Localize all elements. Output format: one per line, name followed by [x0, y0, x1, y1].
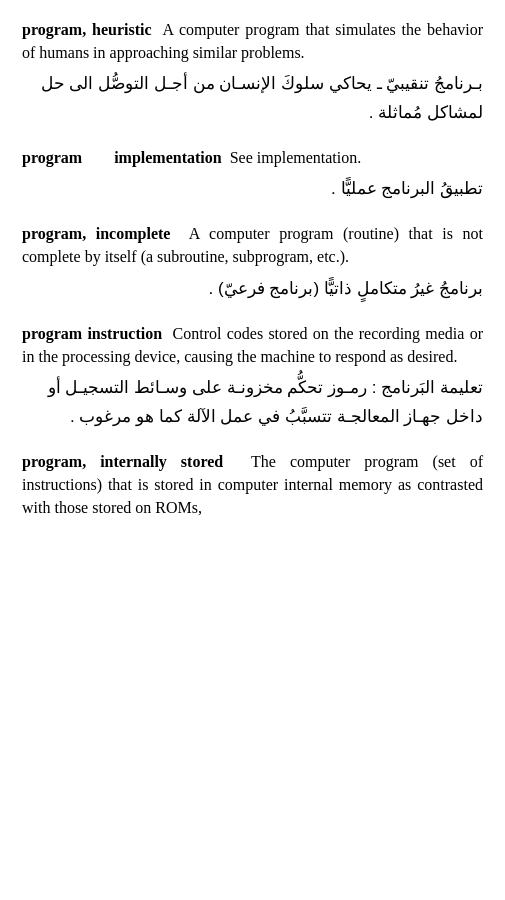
entry-instruction: program instruction Control codes stored…: [22, 322, 483, 432]
term-internally-stored: program, internally stored: [22, 453, 223, 470]
entry-implementation: program implementation See implementatio…: [22, 146, 483, 204]
entry-heuristic-arabic: بـرنامجُ تنقيبيّ ـ يحاكي سلوكَ الإنسـان …: [22, 70, 483, 128]
entry-incomplete-arabic: برنامجُ غيرُ متكاملٍ ذاتيًّا (برنامج فرع…: [22, 275, 483, 304]
entry-internally-stored: program, internally stored The computer …: [22, 450, 483, 520]
term-instruction: program instruction: [22, 325, 162, 342]
term-implementation: implementation: [114, 149, 222, 166]
term-program: program: [22, 149, 82, 166]
entry-implementation-arabic: تطبيقُ البرنامج عمليًّا .: [22, 175, 483, 204]
entry-implementation-def-text: See implementation.: [230, 149, 362, 166]
entry-internally-stored-text: program, internally stored The computer …: [22, 450, 483, 520]
entry-heuristic-text: program, heuristic A computer program th…: [22, 18, 483, 64]
entry-instruction-arabic: تعليمة البَرنامج : رمـوز تحكُّم مخزونـة …: [22, 374, 483, 432]
term-heuristic: program, heuristic: [22, 21, 152, 38]
entry-heuristic: program, heuristic A computer program th…: [22, 18, 483, 128]
entry-instruction-text: program instruction Control codes stored…: [22, 322, 483, 368]
entry-implementation-text: program implementation See implementatio…: [22, 146, 483, 169]
entry-incomplete: program, incomplete A computer program (…: [22, 222, 483, 303]
entry-incomplete-text: program, incomplete A computer program (…: [22, 222, 483, 268]
term-incomplete: program, incomplete: [22, 225, 170, 242]
